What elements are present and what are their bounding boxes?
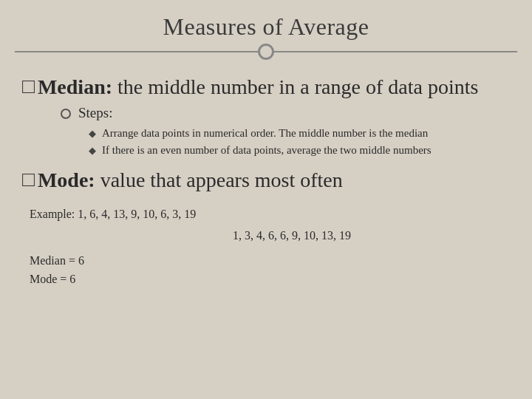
- step1-diamond-icon: ◆: [89, 128, 96, 140]
- mode-description: value that appears most often: [95, 168, 343, 191]
- slide-title: Measures of Average: [15, 13, 517, 41]
- median-bullet: □ Median: the middle number in a range o…: [22, 74, 510, 100]
- steps-label: Steps:: [78, 104, 112, 123]
- step1-bullet: ◆ Arrange data points in numerical order…: [89, 126, 510, 140]
- mode-checkbox-icon: □: [22, 167, 35, 192]
- content-area: □ Median: the middle number in a range o…: [0, 68, 532, 399]
- slide-container: Measures of Average □ Median: the middle…: [0, 0, 532, 399]
- step2-bullet: ◆ If there is an even number of data poi…: [89, 143, 510, 157]
- median-description: the middle number in a range of data poi…: [112, 75, 478, 98]
- median-text: Median: the middle number in a range of …: [38, 74, 478, 100]
- circle-bullet-icon: [61, 109, 71, 119]
- mode-text: Mode: value that appears most often: [38, 167, 343, 193]
- step2-text: If there is an even number of data point…: [102, 143, 432, 157]
- result-lines: Median = 6 Mode = 6: [30, 251, 510, 289]
- step2-diamond-icon: ◆: [89, 145, 96, 157]
- title-area: Measures of Average: [0, 0, 532, 68]
- title-divider: [15, 44, 517, 61]
- example-line: Example: 1, 6, 4, 13, 9, 10, 6, 3, 19: [30, 206, 510, 222]
- circle-decoration: [258, 44, 274, 60]
- example-sorted: 1, 3, 4, 6, 6, 9, 10, 13, 19: [30, 229, 510, 242]
- mode-bullet: □ Mode: value that appears most often: [22, 167, 510, 193]
- mode-result: Mode = 6: [30, 270, 510, 289]
- checkbox-icon: □: [22, 74, 35, 99]
- step1-text: Arrange data points in numerical order. …: [102, 126, 428, 140]
- median-result: Median = 6: [30, 251, 510, 270]
- mode-label: Mode:: [38, 168, 95, 191]
- example-section: Example: 1, 6, 4, 13, 9, 10, 6, 3, 19 1,…: [30, 206, 510, 289]
- median-label: Median:: [38, 75, 112, 98]
- steps-bullet: Steps:: [61, 104, 510, 123]
